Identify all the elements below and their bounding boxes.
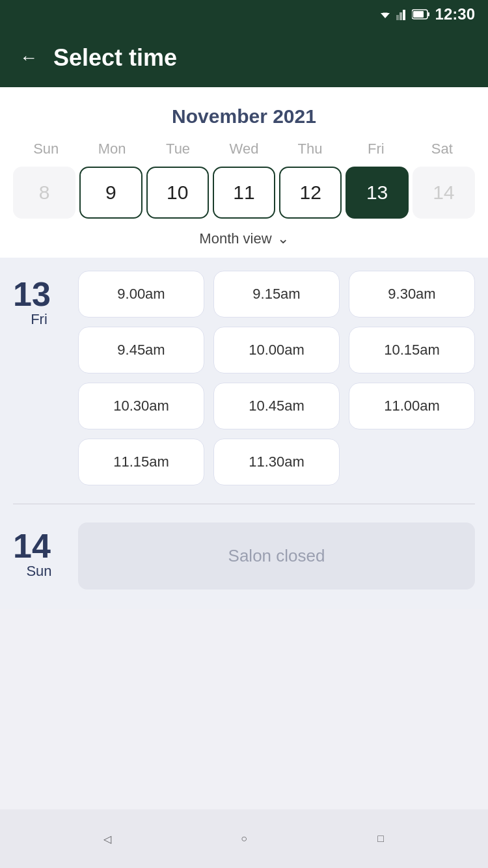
slot-1015[interactable]: 10.15am xyxy=(349,327,475,373)
day-14[interactable]: 14 xyxy=(413,167,475,219)
slot-930[interactable]: 9.30am xyxy=(349,271,475,318)
day-name-14: Sun xyxy=(13,563,65,580)
month-year-label: November 2021 xyxy=(13,105,475,128)
day-label-13: 13 Fri xyxy=(13,271,65,328)
page-title: Select time xyxy=(53,44,177,72)
svg-rect-3 xyxy=(400,12,402,20)
status-time: 12:30 xyxy=(435,5,475,23)
day-divider xyxy=(13,504,475,504)
slot-1130[interactable]: 11.30am xyxy=(213,439,340,485)
slot-915[interactable]: 9.15am xyxy=(213,271,340,318)
status-icons xyxy=(378,8,430,20)
signal-icon xyxy=(396,8,408,20)
day-headers: Sun Mon Tue Wed Thu Fri Sat xyxy=(13,141,475,157)
slot-1000[interactable]: 10.00am xyxy=(213,327,340,373)
header-mon: Mon xyxy=(79,141,144,157)
slot-1045[interactable]: 10.45am xyxy=(213,383,340,429)
slot-1100[interactable]: 11.00am xyxy=(349,383,475,429)
battery-icon xyxy=(412,9,430,20)
bottom-nav: ◁ ○ □ xyxy=(0,809,488,868)
nav-home-button[interactable]: ○ xyxy=(228,823,260,854)
nav-back-button[interactable]: ◁ xyxy=(92,823,123,854)
day-group-13: 13 Fri 9.00am 9.15am 9.30am 9.45am 10.00… xyxy=(13,271,475,485)
header-thu: Thu xyxy=(277,141,343,157)
wifi-icon xyxy=(378,9,392,20)
salon-closed-box: Salon closed xyxy=(78,522,475,590)
header-wed: Wed xyxy=(211,141,277,157)
day-11[interactable]: 11 xyxy=(213,167,275,219)
svg-rect-6 xyxy=(427,12,429,16)
nav-recent-button[interactable]: □ xyxy=(365,823,396,854)
day-9[interactable]: 9 xyxy=(79,167,142,219)
back-button[interactable]: ← xyxy=(20,47,38,68)
chevron-down-icon: ⌄ xyxy=(277,230,289,247)
header-fri: Fri xyxy=(343,141,409,157)
day-num-13: 13 xyxy=(13,277,65,311)
svg-rect-7 xyxy=(413,11,424,18)
time-grid-13: 9.00am 9.15am 9.30am 9.45am 10.00am 10.1… xyxy=(78,271,475,485)
svg-rect-4 xyxy=(403,10,405,20)
slot-900[interactable]: 9.00am xyxy=(78,271,204,318)
svg-rect-2 xyxy=(396,15,399,20)
day-num-14: 14 xyxy=(13,529,65,563)
month-view-label: Month view xyxy=(199,230,271,247)
status-bar: 12:30 xyxy=(0,0,488,29)
slot-1115[interactable]: 11.15am xyxy=(78,439,204,485)
month-view-toggle[interactable]: Month view ⌄ xyxy=(13,230,475,247)
header-sat: Sat xyxy=(409,141,475,157)
slot-1030[interactable]: 10.30am xyxy=(78,383,204,429)
day-8[interactable]: 8 xyxy=(13,167,75,219)
header-sun: Sun xyxy=(13,141,79,157)
header-tue: Tue xyxy=(145,141,211,157)
day-10[interactable]: 10 xyxy=(146,167,209,219)
day-name-13: Fri xyxy=(13,311,65,328)
day-row: 8 9 10 11 12 13 14 xyxy=(13,164,475,221)
slot-945[interactable]: 9.45am xyxy=(78,327,204,373)
app-header: ← Select time xyxy=(0,29,488,87)
time-section: 13 Fri 9.00am 9.15am 9.30am 9.45am 10.00… xyxy=(0,258,488,609)
day-13[interactable]: 13 xyxy=(346,167,408,219)
day-group-14: 14 Sun Salon closed xyxy=(13,522,475,590)
day-12[interactable]: 12 xyxy=(279,167,342,219)
calendar-section: November 2021 Sun Mon Tue Wed Thu Fri Sa… xyxy=(0,87,488,258)
day-label-14: 14 Sun xyxy=(13,522,65,580)
